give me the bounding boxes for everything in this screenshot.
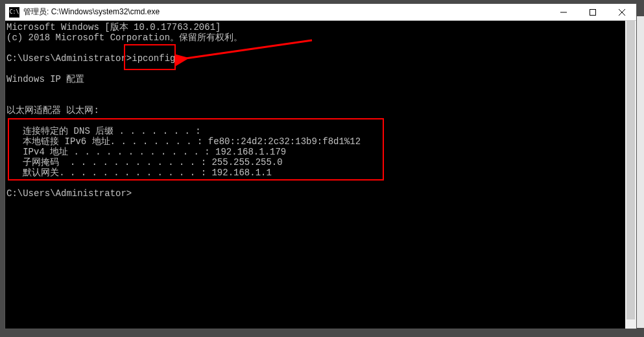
terminal-line: 子网掩码 . . . . . . . . . . . . : 255.255.2… [5,157,625,168]
minimize-button[interactable] [549,4,578,21]
cmd-icon: C:\ [9,7,19,18]
terminal-line: 默认网关. . . . . . . . . . . . . : 192.168.… [5,168,625,178]
terminal-line: IPv4 地址 . . . . . . . . . . . . : 192.16… [5,147,625,157]
terminal-line: 以太网适配器 以太网: [5,105,625,116]
background-panel [636,16,644,328]
svg-rect-1 [590,9,595,15]
terminal-line [5,64,625,74]
command-text: ipconfig [132,53,175,64]
titlebar[interactable]: C:\ 管理员: C:\Windows\system32\cmd.exe [5,4,636,21]
terminal-line: Microsoft Windows [版本 10.0.17763.2061] [5,22,625,32]
window-title: 管理员: C:\Windows\system32\cmd.exe [23,6,160,18]
maximize-button[interactable] [578,4,607,21]
terminal-line: (c) 2018 Microsoft Corporation。保留所有权利。 [5,32,625,43]
terminal-line [5,116,625,126]
terminal-line: 连接特定的 DNS 后缀 . . . . . . . : [5,126,625,136]
terminal-line: C:\Users\Administrator> [5,188,625,199]
terminal-line [5,84,625,95]
cmd-window: C:\ 管理员: C:\Windows\system32\cmd.exe Mic… [5,3,637,329]
terminal-content[interactable]: Microsoft Windows [版本 10.0.17763.2061] (… [5,21,625,329]
terminal-line: C:\Users\Administrator>ipconfig [5,53,625,64]
scrollbar-track[interactable] [625,21,636,329]
close-button[interactable] [607,4,636,21]
terminal-line [5,43,625,53]
terminal-line [5,178,625,188]
prompt-text: C:\Users\Administrator> [6,53,132,64]
terminal-line [5,95,625,105]
scrollbar[interactable] [625,21,636,329]
terminal-area[interactable]: Microsoft Windows [版本 10.0.17763.2061] (… [5,21,636,329]
scrollbar-thumb[interactable] [626,21,635,319]
terminal-line: 本地链接 IPv6 地址. . . . . . . . : fe80::24d2… [5,136,625,147]
terminal-line: Windows IP 配置 [5,74,625,84]
